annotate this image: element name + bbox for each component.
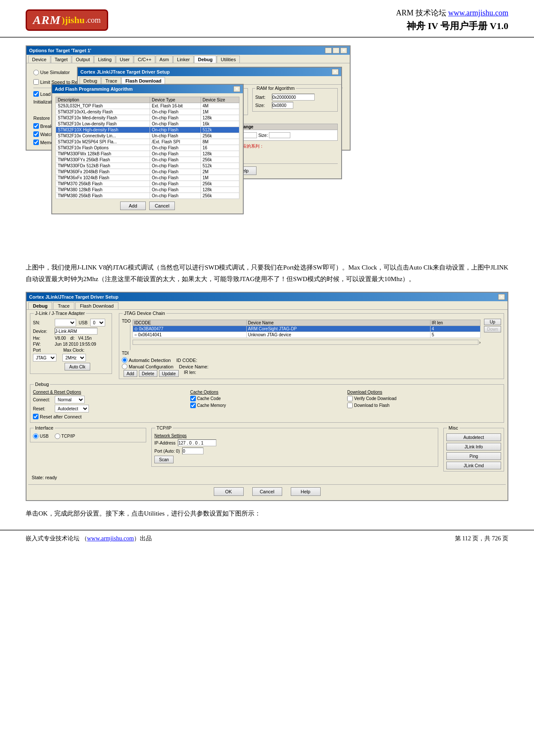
- verify-code-checkbox[interactable]: [347, 396, 353, 401]
- tab-output[interactable]: Output: [72, 56, 94, 63]
- cortex-tab-trace[interactable]: Trace: [101, 77, 121, 84]
- simulator-radio[interactable]: Use Simulator: [33, 70, 70, 75]
- maximize-button[interactable]: □: [333, 47, 339, 53]
- auto-detect-radio[interactable]: [122, 357, 127, 363]
- tab-cpp[interactable]: C/C++: [134, 56, 155, 63]
- breakpoints-checkbox[interactable]: [33, 123, 39, 129]
- size-row: Size:: [255, 102, 335, 109]
- add-flash-cancel-button[interactable]: Cancel: [149, 202, 175, 210]
- limit-speed-checkbox[interactable]: [33, 79, 39, 85]
- ping-button[interactable]: Ping: [446, 452, 501, 460]
- add-flash-add-button[interactable]: Add: [120, 202, 146, 210]
- flash-table-row[interactable]: TMPM370 256kB FlashOn-chip Flash256k: [56, 181, 239, 187]
- usb-radio-input[interactable]: [33, 433, 38, 439]
- scan-button[interactable]: Scan: [154, 456, 174, 463]
- cortex-tab-debug[interactable]: Debug: [80, 77, 101, 84]
- flash-table-row[interactable]: S29JL032H_TOP FlashExt. Flash 16-bit4M: [56, 103, 239, 109]
- size-input[interactable]: [272, 102, 293, 109]
- port-dropdown[interactable]: JTAG: [33, 354, 56, 362]
- scroll-bar[interactable]: [133, 340, 478, 345]
- flash-table-row[interactable]: STM32F10x M25P64 SPI Fla.../Ext. Flash S…: [56, 139, 239, 145]
- download-to-flash-checkbox[interactable]: [347, 403, 353, 408]
- connect-dropdown[interactable]: Normal: [55, 396, 85, 403]
- tab-device[interactable]: Device: [28, 56, 50, 63]
- cortex-tab-flash[interactable]: Flash Download: [121, 77, 165, 84]
- tcpip-group: TCP/IP Network Settings IP-Address Port …: [151, 428, 438, 467]
- cache-memory-checkbox[interactable]: [190, 403, 196, 408]
- reset-dropdown[interactable]: Autodetect: [55, 405, 89, 412]
- jtag-delete-button[interactable]: Delete: [139, 370, 157, 377]
- cache-code-label[interactable]: Cache Code: [190, 396, 344, 401]
- load-app-checkbox[interactable]: [33, 91, 39, 97]
- flash-type-cell: On-chip Flash: [150, 187, 201, 193]
- flash-table-row[interactable]: STM32F10x Med-density FlashOn-chip Flash…: [56, 115, 239, 121]
- jlink-info-button[interactable]: JLink Info: [446, 443, 501, 451]
- memory-display-checkbox[interactable]: [33, 139, 39, 145]
- cache-memory-label[interactable]: Cache Memory: [190, 403, 344, 408]
- start-input[interactable]: [272, 94, 315, 101]
- watch-checkbox[interactable]: [33, 131, 39, 137]
- port-input[interactable]: [182, 448, 204, 454]
- verify-code-label[interactable]: Verify Code Download: [347, 396, 501, 401]
- simulator-radio-input[interactable]: [33, 70, 39, 75]
- auto-detect-label[interactable]: Automatic Detection ID CODE:: [122, 357, 501, 363]
- flash-table-row[interactable]: TMPM380 256kB FlashOn-chip Flash256k: [56, 193, 239, 199]
- flash-table-row[interactable]: STM32F10x Flash OptionsOn-chip Flash16: [56, 145, 239, 151]
- tcpip-radio-input[interactable]: [55, 433, 60, 439]
- cortex-close-button[interactable]: ✕: [332, 69, 339, 75]
- flash-table-row[interactable]: STM32F10xXL-density FlashOn-chip Flash1M: [56, 109, 239, 115]
- flash-table-row[interactable]: STM32F10x Low-density FlashOn-chip Flash…: [56, 121, 239, 127]
- cortex2-tab-debug[interactable]: Debug: [28, 302, 52, 309]
- tab-user[interactable]: User: [116, 56, 133, 63]
- autodetect-button[interactable]: Autodetect: [446, 433, 501, 441]
- tcpip-radio-label[interactable]: TCP/IP: [55, 433, 75, 439]
- jlink-cmd-button[interactable]: JLink Cmd: [446, 462, 501, 469]
- auto-clk-button[interactable]: Auto Clk: [65, 363, 90, 371]
- tab-target[interactable]: Target: [51, 56, 72, 63]
- flash-table-row[interactable]: STM32F10X High-density FlashOn-chip Flas…: [56, 127, 239, 133]
- ip-input[interactable]: [178, 439, 216, 446]
- tab-asm[interactable]: Asm: [156, 56, 173, 63]
- device-input[interactable]: [55, 328, 97, 335]
- cortex2-close-button[interactable]: ✕: [498, 294, 505, 300]
- sn-dropdown[interactable]: [55, 319, 76, 326]
- jtag-table-row[interactable]: ○ 0x06414041Unknown JTAG device5: [133, 332, 481, 338]
- flash-table-row[interactable]: STM32F10x Connectivity Lin...Un-chip Fla…: [56, 133, 239, 139]
- add-flash-close-button[interactable]: ✕: [233, 86, 240, 92]
- cortex2-tab-trace[interactable]: Trace: [53, 302, 74, 309]
- flash-type-cell: On-chip Flash: [150, 145, 201, 151]
- tab-linker[interactable]: Linker: [173, 56, 194, 63]
- jtag-add-button[interactable]: Add: [124, 370, 137, 377]
- algo-size-input[interactable]: [269, 132, 290, 138]
- manual-config-label[interactable]: Manual Configuration Device Name:: [122, 364, 501, 369]
- flash-table-row[interactable]: TMPM360Fx 2048kB FlashOn-chip Flash2M: [56, 169, 239, 175]
- move-up-button[interactable]: Up: [484, 319, 501, 325]
- manual-config-radio[interactable]: [122, 364, 127, 369]
- download-to-flash-label[interactable]: Download to Flash: [347, 403, 501, 408]
- max-clock-dropdown[interactable]: 2MHz: [62, 354, 86, 362]
- close-button[interactable]: ✕: [340, 47, 347, 53]
- tab-utilities[interactable]: Utilities: [217, 56, 239, 63]
- minimize-button[interactable]: _: [325, 47, 332, 53]
- cortex2-ok-button[interactable]: OK: [214, 487, 244, 496]
- jtag-update-button[interactable]: Update: [159, 370, 179, 377]
- flash-table-row[interactable]: TMPM330FDx 512kB FlashOn-chip Flash512k: [56, 163, 239, 169]
- flash-table-row[interactable]: TMPM36xFx 1024kB FlashOn-chip Flash1M: [56, 175, 239, 181]
- cortex2-tab-flash[interactable]: Flash Download: [75, 302, 118, 309]
- tab-debug[interactable]: Debug: [194, 56, 216, 63]
- footer-link[interactable]: www.armjishu.com: [87, 535, 134, 542]
- usb-dropdown[interactable]: 0: [90, 319, 105, 326]
- reset-after-connect-checkbox[interactable]: [33, 414, 38, 419]
- header-link[interactable]: www.armjishu.com: [448, 9, 508, 17]
- reset-after-connect-label[interactable]: Reset after Connect: [33, 414, 82, 419]
- flash-table-row[interactable]: TMPM330FYx 256kB FlashOn-chip Flash256k: [56, 157, 239, 163]
- flash-table-row[interactable]: TMPM330FWx 128kB FlashOn-chip Flash128k: [56, 151, 239, 157]
- cache-code-checkbox[interactable]: [190, 396, 196, 401]
- cortex2-cancel-button[interactable]: Cancel: [252, 487, 282, 496]
- jtag-table-row[interactable]: ⊙ 0x3BA00477ARM CoreSight JTAG-DP4: [133, 326, 481, 332]
- flash-table-row[interactable]: TMPM380 128kB FlashOn-chip Flash128k: [56, 187, 239, 193]
- move-down-button[interactable]: Down: [484, 326, 501, 332]
- cortex2-help-button[interactable]: Help: [291, 487, 321, 496]
- tab-listing[interactable]: Listing: [94, 56, 115, 63]
- usb-radio-label[interactable]: USB: [33, 433, 49, 439]
